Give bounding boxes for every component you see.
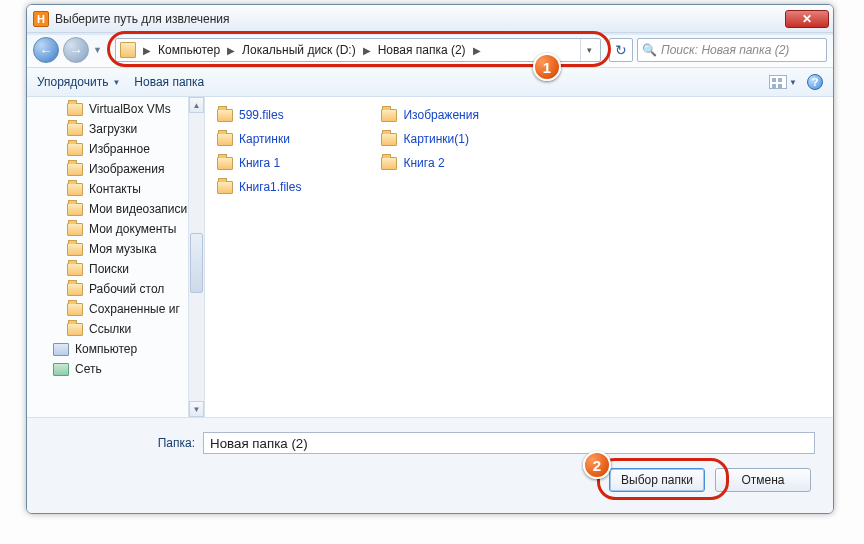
- cancel-button[interactable]: Отмена: [715, 468, 811, 492]
- folder-icon: [67, 163, 83, 176]
- tree-item-label: Избранное: [89, 142, 150, 156]
- breadcrumb[interactable]: Компьютер: [156, 43, 222, 57]
- folder-icon: [67, 263, 83, 276]
- list-item[interactable]: Картинки: [217, 129, 301, 149]
- tree-item[interactable]: VirtualBox VMs: [27, 99, 204, 119]
- tree-item-label: Поиски: [89, 262, 129, 276]
- list-item[interactable]: Книга 1: [217, 153, 301, 173]
- folder-icon: [67, 283, 83, 296]
- tree-item-network[interactable]: Сеть: [27, 359, 204, 379]
- breadcrumb[interactable]: Локальный диск (D:): [240, 43, 358, 57]
- folder-name-input[interactable]: [203, 432, 815, 454]
- folder-icon: [120, 42, 136, 58]
- chevron-right-icon: ▶: [140, 45, 154, 56]
- nav-forward-button[interactable]: →: [63, 37, 89, 63]
- view-grid-icon: [769, 75, 787, 89]
- arrow-left-icon: ←: [40, 43, 53, 58]
- cancel-label: Отмена: [741, 473, 784, 487]
- select-folder-label: Выбор папки: [621, 473, 693, 487]
- tree-item-label: Мои видеозаписи: [89, 202, 187, 216]
- organize-menu[interactable]: Упорядочить ▼: [37, 75, 120, 89]
- folder-icon: [217, 181, 233, 194]
- folder-icon: [67, 143, 83, 156]
- tree-item[interactable]: Загрузки: [27, 119, 204, 139]
- tree-item-label: Мои документы: [89, 222, 176, 236]
- annotation-badge-1: 1: [533, 53, 561, 81]
- tree-item-computer[interactable]: Компьютер: [27, 339, 204, 359]
- folder-icon: [67, 203, 83, 216]
- address-dropdown[interactable]: ▾: [580, 39, 598, 61]
- sidebar-scrollbar[interactable]: ▲ ▼: [188, 97, 204, 417]
- toolbar: Упорядочить ▼ Новая папка ▼ ?: [27, 67, 833, 97]
- tree-item-label: VirtualBox VMs: [89, 102, 171, 116]
- tree-item-label: Загрузки: [89, 122, 137, 136]
- tree-item-label: Контакты: [89, 182, 141, 196]
- nav-history-dropdown[interactable]: ▼: [93, 37, 107, 63]
- new-folder-button[interactable]: Новая папка: [134, 75, 204, 89]
- folder-icon: [217, 133, 233, 146]
- new-folder-label: Новая папка: [134, 75, 204, 89]
- tree-item[interactable]: Моя музыка: [27, 239, 204, 259]
- scroll-thumb[interactable]: [190, 233, 203, 293]
- computer-icon: [53, 343, 69, 356]
- folder-icon: [67, 243, 83, 256]
- list-item[interactable]: Изображения: [381, 105, 478, 125]
- tree-item[interactable]: Мои документы: [27, 219, 204, 239]
- tree-item[interactable]: Контакты: [27, 179, 204, 199]
- breadcrumb[interactable]: Новая папка (2): [376, 43, 468, 57]
- list-item[interactable]: Картинки(1): [381, 129, 478, 149]
- tree-item[interactable]: Сохраненные иг: [27, 299, 204, 319]
- tree-item-label: Сохраненные иг: [89, 302, 180, 316]
- tree-item[interactable]: Поиски: [27, 259, 204, 279]
- file-label: 599.files: [239, 108, 284, 122]
- navigation-tree: VirtualBox VMs Загрузки Избранное Изобра…: [27, 97, 205, 417]
- select-folder-button[interactable]: Выбор папки: [609, 468, 705, 492]
- scroll-up-button[interactable]: ▲: [189, 97, 204, 113]
- file-list: 599.files Картинки Книга 1 Книга1.files …: [205, 97, 833, 417]
- chevron-down-icon: ▼: [112, 78, 120, 87]
- folder-icon: [217, 157, 233, 170]
- tree-item[interactable]: Избранное: [27, 139, 204, 159]
- tree-item-label: Изображения: [89, 162, 164, 176]
- chevron-right-icon: ▶: [224, 45, 238, 56]
- search-icon: 🔍: [642, 43, 657, 57]
- arrow-right-icon: →: [70, 43, 83, 58]
- list-item[interactable]: 599.files: [217, 105, 301, 125]
- chevron-right-icon: ▶: [470, 45, 484, 56]
- tree-item[interactable]: Ссылки: [27, 319, 204, 339]
- file-label: Книга1.files: [239, 180, 301, 194]
- annotation-badge-2: 2: [583, 451, 611, 479]
- view-mode-button[interactable]: ▼: [769, 75, 797, 89]
- folder-icon: [381, 157, 397, 170]
- address-bar[interactable]: ▶ Компьютер ▶ Локальный диск (D:) ▶ Нова…: [115, 38, 601, 62]
- file-label: Книга 2: [403, 156, 444, 170]
- list-item[interactable]: Книга 2: [381, 153, 478, 173]
- chevron-down-icon: ▼: [789, 78, 797, 87]
- scroll-track[interactable]: [189, 113, 204, 401]
- folder-icon: [381, 133, 397, 146]
- tree-item[interactable]: Рабочий стол: [27, 279, 204, 299]
- nav-back-button[interactable]: ←: [33, 37, 59, 63]
- tree-item[interactable]: Изображения: [27, 159, 204, 179]
- close-icon: ✕: [802, 12, 812, 26]
- organize-label: Упорядочить: [37, 75, 108, 89]
- scroll-down-button[interactable]: ▼: [189, 401, 204, 417]
- help-button[interactable]: ?: [807, 74, 823, 90]
- network-icon: [53, 363, 69, 376]
- app-icon: H: [33, 11, 49, 27]
- window-title: Выберите путь для извлечения: [55, 12, 785, 26]
- file-label: Картинки: [239, 132, 290, 146]
- folder-picker-dialog: H Выберите путь для извлечения ✕ ← → ▼ ▶…: [26, 4, 834, 514]
- navigation-row: ← → ▼ ▶ Компьютер ▶ Локальный диск (D:) …: [27, 33, 833, 67]
- search-placeholder: Поиск: Новая папка (2): [661, 43, 789, 57]
- tree-item-label: Рабочий стол: [89, 282, 164, 296]
- file-label: Картинки(1): [403, 132, 469, 146]
- tree-item-label: Ссылки: [89, 322, 131, 336]
- search-input[interactable]: 🔍 Поиск: Новая папка (2): [637, 38, 827, 62]
- tree-item[interactable]: Мои видеозаписи: [27, 199, 204, 219]
- folder-icon: [67, 183, 83, 196]
- window-close-button[interactable]: ✕: [785, 10, 829, 28]
- refresh-button[interactable]: ↻: [609, 38, 633, 62]
- file-label: Изображения: [403, 108, 478, 122]
- list-item[interactable]: Книга1.files: [217, 177, 301, 197]
